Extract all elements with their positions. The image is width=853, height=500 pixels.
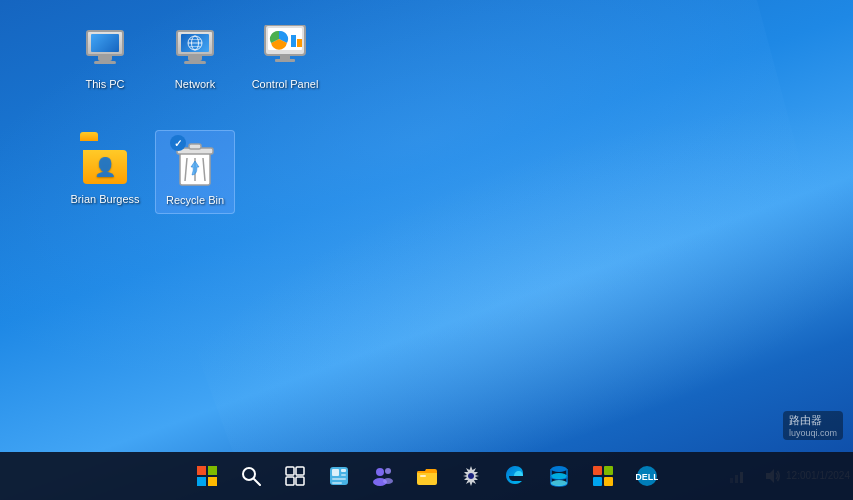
start-button[interactable]	[187, 456, 227, 496]
desktop-icon-network[interactable]: Network	[155, 15, 235, 97]
svg-rect-21	[208, 477, 217, 486]
search-button[interactable]	[231, 456, 271, 496]
svg-point-22	[243, 468, 255, 480]
svg-rect-24	[286, 467, 294, 475]
svg-rect-38	[417, 471, 437, 485]
svg-rect-11	[275, 59, 295, 62]
svg-point-43	[551, 473, 567, 479]
svg-point-34	[376, 468, 384, 476]
store-button[interactable]	[583, 456, 623, 496]
file-explorer-button[interactable]	[407, 456, 447, 496]
svg-rect-48	[604, 477, 613, 486]
brian-burgess-label: Brian Burgess	[70, 192, 139, 206]
svg-point-41	[468, 473, 474, 479]
selected-checkmark	[170, 135, 186, 151]
svg-line-23	[254, 479, 260, 485]
svg-rect-29	[332, 469, 339, 476]
svg-rect-31	[341, 474, 346, 476]
azure-button[interactable]	[539, 456, 579, 496]
svg-point-37	[383, 478, 393, 484]
svg-point-35	[385, 468, 391, 474]
svg-rect-9	[297, 39, 302, 47]
svg-rect-33	[332, 482, 342, 484]
svg-rect-30	[341, 469, 346, 472]
svg-rect-10	[280, 55, 290, 59]
desktop-icon-this-pc[interactable]: This PC	[65, 15, 145, 97]
watermark: 路由器 luyouqi.com	[783, 411, 843, 440]
edge-button[interactable]	[495, 456, 535, 496]
svg-rect-26	[286, 477, 294, 485]
svg-rect-20	[197, 477, 206, 486]
svg-text:DELL: DELL	[636, 472, 658, 482]
svg-rect-32	[332, 478, 346, 480]
network-label: Network	[175, 77, 215, 91]
svg-rect-27	[296, 477, 304, 485]
taskbar: DELL	[0, 452, 853, 500]
settings-button[interactable]	[451, 456, 491, 496]
svg-rect-19	[208, 466, 217, 475]
task-view-button[interactable]	[275, 456, 315, 496]
svg-rect-14	[189, 144, 201, 149]
svg-rect-8	[291, 35, 296, 47]
svg-point-42	[551, 466, 567, 472]
control-panel-label: Control Panel	[252, 77, 319, 91]
svg-point-44	[551, 480, 567, 486]
svg-rect-25	[296, 467, 304, 475]
desktop-icon-recycle-bin[interactable]: Recycle Bin	[155, 130, 235, 214]
desktop-icon-brian-burgess[interactable]: 👤 Brian Burgess	[65, 130, 145, 214]
svg-rect-47	[593, 477, 602, 486]
teams-button[interactable]	[363, 456, 403, 496]
desktop-icon-control-panel[interactable]: Control Panel	[245, 15, 325, 97]
svg-rect-46	[604, 466, 613, 475]
svg-rect-18	[197, 466, 206, 475]
widgets-button[interactable]	[319, 456, 359, 496]
this-pc-label: This PC	[85, 77, 124, 91]
desktop: This PC	[0, 0, 853, 500]
recycle-bin-label: Recycle Bin	[166, 193, 224, 207]
svg-rect-45	[593, 466, 602, 475]
dell-button[interactable]: DELL	[627, 456, 667, 496]
svg-rect-39	[420, 475, 426, 477]
